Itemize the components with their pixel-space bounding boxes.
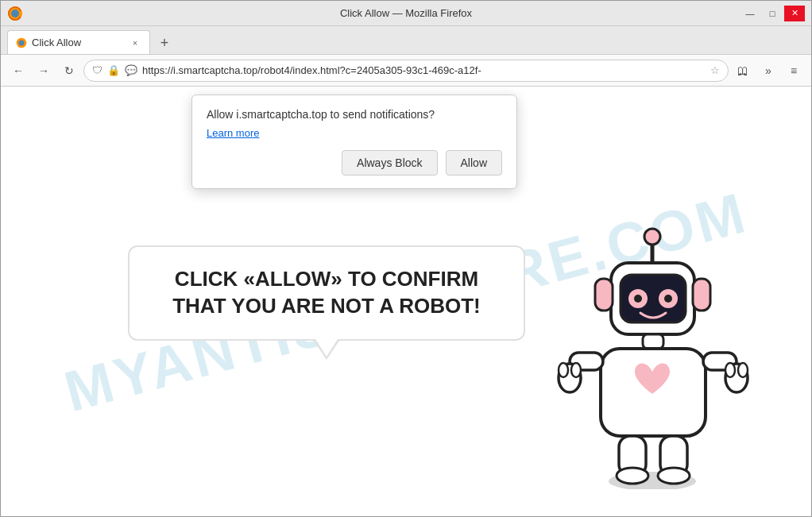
svg-point-20 [571,363,581,377]
forward-button[interactable]: → [33,60,55,82]
svg-point-3 [19,40,25,45]
comment-icon: 💬 [125,64,137,76]
reload-button[interactable]: ↻ [58,60,80,82]
back-button[interactable]: ← [7,60,29,82]
svg-rect-8 [595,279,613,311]
minimize-button[interactable]: — [740,6,760,21]
browser-title: Click Allow — Mozilla Firefox [340,7,472,19]
page-content: MYANTISPYWARE.COM Allow i.smartcaptcha.t… [1,87,811,516]
tab-label: Click Allow [32,37,81,48]
active-tab[interactable]: Click Allow × [7,30,150,54]
robot-character [541,219,764,492]
always-block-button[interactable]: Always Block [342,150,437,176]
menu-button[interactable]: ≡ [783,60,805,82]
svg-point-26 [617,468,648,484]
svg-point-1 [11,10,19,17]
url-bar[interactable]: 🛡 🔒 💬 https://i.smartcaptcha.top/robot4/… [83,60,729,82]
learn-more-link[interactable]: Learn more [207,127,259,139]
allow-button[interactable]: Allow [446,150,502,176]
title-bar: Click Allow — Mozilla Firefox — □ ✕ [1,1,811,26]
svg-rect-9 [693,279,710,311]
tab-bar: Click Allow × + [1,26,811,55]
notification-popup: Allow i.smartcaptcha.top to send notific… [191,95,517,189]
title-bar-left [7,6,23,21]
svg-point-12 [634,295,642,303]
svg-point-28 [658,468,690,484]
tab-favicon-icon [16,37,27,48]
page-message: CLICK «ALLOW» TO CONFIRM THAT YOU ARE NO… [155,266,498,320]
svg-point-14 [664,295,672,303]
svg-rect-15 [643,334,663,349]
svg-point-19 [559,363,568,377]
lock-icon: 🔒 [107,64,120,76]
bookmark-icon[interactable]: ☆ [710,64,720,76]
firefox-logo-icon [7,6,23,21]
pocket-button[interactable]: 🕮 [732,60,754,82]
speech-bubble-wrap: CLICK «ALLOW» TO CONFIRM THAT YOU ARE NO… [128,245,525,341]
extensions-button[interactable]: » [757,60,779,82]
speech-bubble: CLICK «ALLOW» TO CONFIRM THAT YOU ARE NO… [128,245,525,341]
url-text: https://i.smartcaptcha.top/robot4/index.… [142,64,706,76]
new-tab-button[interactable]: + [153,32,176,54]
svg-point-24 [738,363,748,377]
maximize-button[interactable]: □ [762,6,783,21]
popup-title: Allow i.smartcaptcha.top to send notific… [207,108,502,121]
svg-point-23 [725,363,735,377]
popup-buttons: Always Block Allow [207,150,502,176]
window-controls: — □ ✕ [740,6,805,21]
svg-point-6 [644,229,660,245]
close-button[interactable]: ✕ [784,6,805,21]
robot-svg-icon [541,219,764,489]
nav-bar: ← → ↻ 🛡 🔒 💬 https://i.smartcaptcha.top/r… [1,55,811,87]
tab-close-button[interactable]: × [129,37,141,49]
shield-icon: 🛡 [92,64,102,76]
browser-window: Click Allow — Mozilla Firefox — □ ✕ Clic… [0,0,812,517]
